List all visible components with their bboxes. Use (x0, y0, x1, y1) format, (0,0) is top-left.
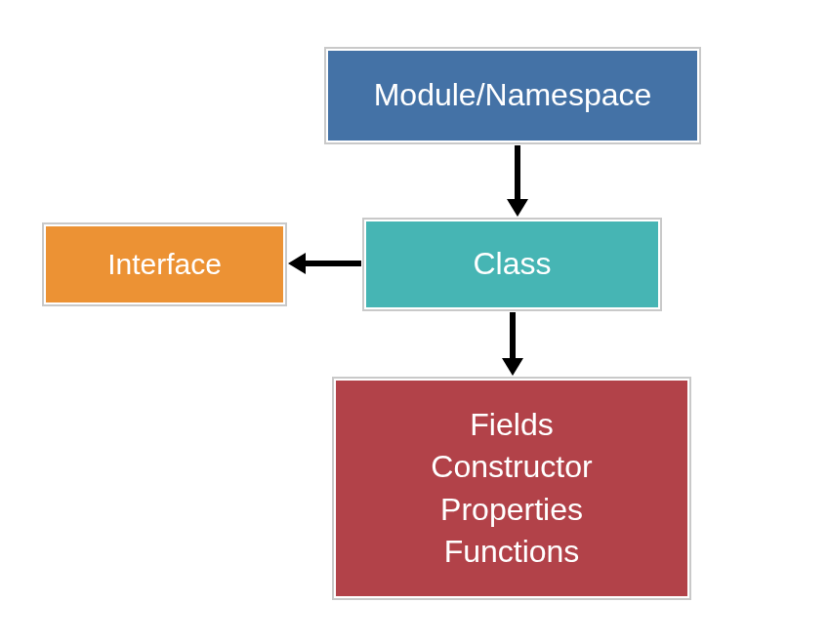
module-box: Module/Namespace (326, 49, 699, 142)
interface-label: Interface (107, 245, 222, 285)
members-box: Fields Constructor Properties Functions (334, 379, 689, 598)
arrow-module-to-class (507, 145, 528, 217)
members-line-properties: Properties (440, 489, 583, 531)
arrow-class-to-interface (288, 253, 361, 274)
class-box: Class (364, 220, 660, 309)
members-line-fields: Fields (470, 404, 553, 446)
members-line-functions: Functions (444, 531, 580, 573)
class-label: Class (473, 243, 551, 285)
arrow-class-to-members (502, 312, 523, 376)
members-line-constructor: Constructor (431, 446, 592, 488)
module-label: Module/Namespace (374, 74, 652, 116)
interface-box: Interface (44, 224, 285, 304)
